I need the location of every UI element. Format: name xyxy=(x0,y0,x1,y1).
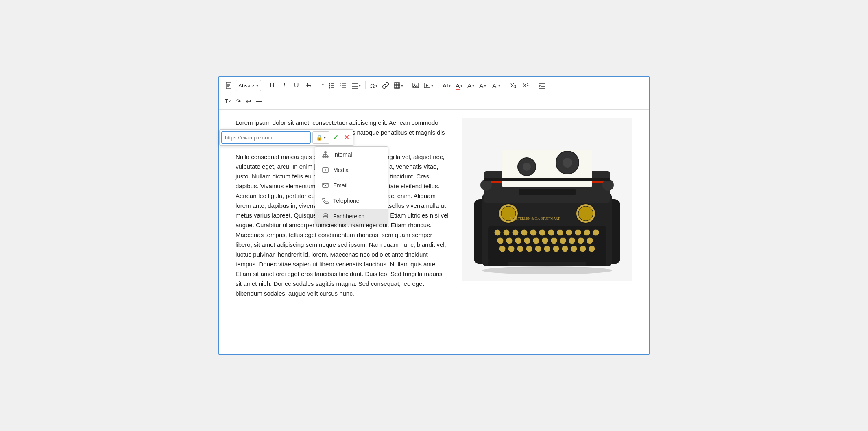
toolbar-row-2: T x ↷ ↩ — xyxy=(222,94,646,108)
svg-point-96 xyxy=(523,163,531,171)
link-cancel-button[interactable]: ✕ xyxy=(342,132,351,143)
undo-button[interactable]: ↩ xyxy=(244,96,253,107)
separator-5 xyxy=(438,81,438,89)
blockquote-button[interactable]: " xyxy=(320,80,326,91)
italic-button[interactable]: I xyxy=(279,80,290,91)
svg-point-62 xyxy=(548,229,554,236)
separator-1 xyxy=(264,81,264,89)
font-color-button[interactable]: A ▾ xyxy=(454,80,465,91)
image-button[interactable] xyxy=(410,80,421,91)
bullet-list-button[interactable] xyxy=(327,80,337,91)
svg-point-85 xyxy=(553,246,559,252)
separator-2 xyxy=(317,81,317,89)
separator-4 xyxy=(408,81,408,89)
svg-point-58 xyxy=(512,229,519,236)
horizontal-rule-button[interactable]: — xyxy=(254,96,264,107)
svg-text:3.: 3. xyxy=(340,86,342,89)
toolbar: Absatz ▾ B I U S " xyxy=(219,77,649,110)
svg-rect-36 xyxy=(325,156,326,157)
link-url-input[interactable] xyxy=(221,131,311,144)
svg-point-76 xyxy=(569,237,575,244)
dropdown-item-media[interactable]: Media xyxy=(315,162,388,178)
dropdown-item-email[interactable]: Email xyxy=(315,178,388,193)
dropdown-item-telephone[interactable]: Telephone xyxy=(315,193,388,209)
table-button[interactable]: ▾ xyxy=(392,80,405,91)
svg-rect-101 xyxy=(586,261,606,266)
redo-button[interactable]: ↷ xyxy=(233,96,243,107)
svg-point-57 xyxy=(503,229,510,236)
svg-point-86 xyxy=(562,246,568,252)
link-confirm-button[interactable]: ✓ xyxy=(331,132,340,143)
link-type-button[interactable]: 🔒 ▾ xyxy=(312,131,329,144)
character-format-button[interactable]: A ▾ xyxy=(477,80,488,91)
clear-format-button[interactable]: T x xyxy=(222,96,233,107)
svg-rect-35 xyxy=(323,156,324,157)
underline-button[interactable]: U xyxy=(291,80,302,91)
svg-point-83 xyxy=(535,246,541,252)
separator-6 xyxy=(505,81,505,89)
char-button2[interactable]: A ▾ xyxy=(489,80,502,91)
svg-point-8 xyxy=(329,87,330,89)
svg-point-4 xyxy=(329,83,330,85)
svg-point-80 xyxy=(508,246,515,252)
paragraph-style-select[interactable]: Absatz ▾ xyxy=(236,80,261,91)
svg-point-74 xyxy=(551,237,557,244)
svg-point-73 xyxy=(542,237,548,244)
typewriter-svg: A. BEYERLEN & Co., STUTTGART. xyxy=(462,118,632,281)
svg-point-84 xyxy=(544,246,550,252)
svg-point-72 xyxy=(533,237,539,244)
media-icon xyxy=(322,166,329,174)
link-type-dropdown: Internal Media Email xyxy=(315,146,388,224)
svg-point-66 xyxy=(584,229,590,236)
svg-rect-54 xyxy=(484,178,610,181)
svg-point-102 xyxy=(482,266,612,274)
typewriter-image: A. BEYERLEN & Co., STUTTGART. xyxy=(462,118,632,281)
database-icon xyxy=(322,213,329,220)
numbered-list-button[interactable]: 1. 2. 3. xyxy=(338,80,349,91)
ai-button[interactable]: AI ▾ xyxy=(441,80,453,91)
svg-point-56 xyxy=(494,229,501,236)
svg-point-71 xyxy=(524,237,530,244)
svg-point-67 xyxy=(593,229,599,236)
svg-point-87 xyxy=(571,246,577,252)
svg-rect-34 xyxy=(325,152,326,153)
subscript-button[interactable]: X₂ xyxy=(508,80,519,91)
svg-point-6 xyxy=(329,85,330,87)
link-toolbar-popup: 🔒 ▾ ✓ ✕ xyxy=(219,129,353,146)
paragraph-label: Absatz xyxy=(238,83,255,89)
svg-point-68 xyxy=(497,237,504,244)
dropdown-item-fachbereich-label: Fachbereich xyxy=(333,213,364,220)
align-button[interactable]: ▾ xyxy=(349,80,363,91)
dropdown-item-media-label: Media xyxy=(333,167,349,173)
superscript-button[interactable]: X² xyxy=(520,80,531,91)
email-icon xyxy=(322,182,329,189)
svg-point-69 xyxy=(506,237,513,244)
svg-point-70 xyxy=(515,237,521,244)
svg-point-88 xyxy=(580,246,586,252)
svg-point-78 xyxy=(587,237,593,244)
svg-point-59 xyxy=(521,229,528,236)
link-button[interactable] xyxy=(380,80,391,91)
media-button[interactable]: ▾ xyxy=(422,80,435,91)
svg-rect-100 xyxy=(488,261,508,266)
svg-point-75 xyxy=(560,237,566,244)
editor-body: 🔒 ▾ ✓ ✕ xyxy=(219,110,649,354)
special-chars-button[interactable]: Ω ▾ xyxy=(368,80,379,91)
strikethrough-button[interactable]: S xyxy=(303,80,314,91)
font-size-button[interactable]: A ▾ xyxy=(465,80,476,91)
indent-button[interactable] xyxy=(537,80,547,91)
dropdown-item-fachbereich[interactable]: Fachbereich xyxy=(315,209,388,224)
toolbar-row-1: Absatz ▾ B I U S " xyxy=(222,79,646,93)
svg-rect-99 xyxy=(519,189,576,195)
link-type-chevron: ▾ xyxy=(324,135,326,140)
dropdown-item-email-label: Email xyxy=(333,182,347,189)
document-icon-btn[interactable] xyxy=(222,80,235,91)
sitemap-icon xyxy=(322,151,329,158)
dropdown-item-internal-label: Internal xyxy=(333,151,352,158)
lock-icon: 🔒 xyxy=(316,135,323,141)
svg-point-65 xyxy=(575,229,581,236)
phone-icon xyxy=(322,197,329,205)
dropdown-item-internal[interactable]: Internal xyxy=(315,147,388,162)
svg-point-61 xyxy=(539,229,545,236)
bold-button[interactable]: B xyxy=(266,80,278,91)
